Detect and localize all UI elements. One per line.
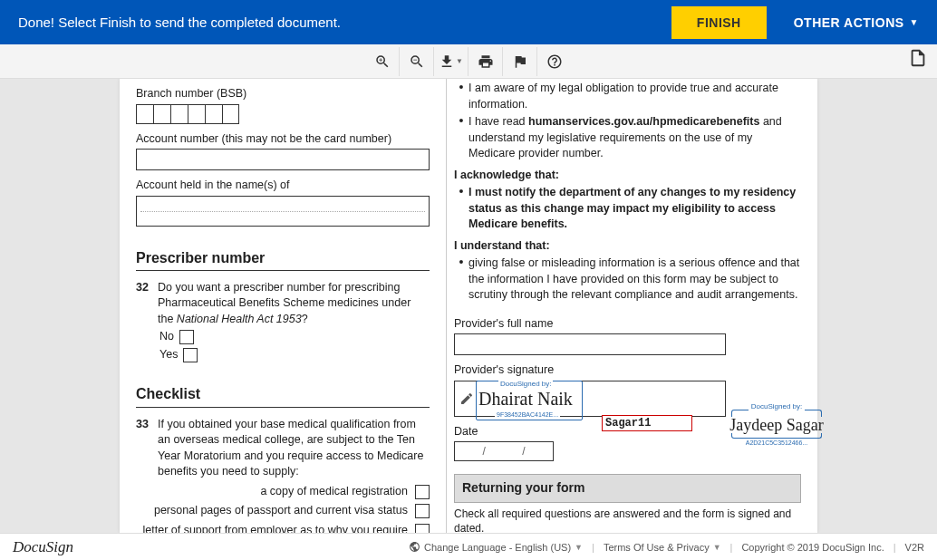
no-label: No <box>159 329 174 345</box>
zoom-out-button[interactable] <box>400 47 434 76</box>
checklist-item-2: personal pages of passport and current v… <box>136 503 408 519</box>
download-button[interactable]: ▼ <box>434 47 468 76</box>
document-workspace[interactable]: Branch number (BSB) Account number (this… <box>0 79 937 533</box>
q32-number: 32 <box>136 280 158 328</box>
print-button[interactable] <box>468 47 503 76</box>
checklist-checkbox-2[interactable] <box>415 504 430 518</box>
checklist-heading: Checklist <box>136 384 430 407</box>
page-footer: DocuSign Change Language - English (US) … <box>0 533 937 560</box>
docusign-logo: DocuSign <box>13 538 73 556</box>
zoom-out-icon <box>409 53 425 70</box>
chevron-down-icon: ▼ <box>575 543 583 552</box>
checklist-item-3: letter of support from employer as to wh… <box>136 523 408 533</box>
zoom-in-icon <box>374 53 391 70</box>
decl-bullet-2: I have read humanservices.gov.au/hpmedic… <box>468 114 801 162</box>
yes-label: Yes <box>159 347 178 363</box>
signature-label: Provider's signature <box>454 362 801 379</box>
float-docusigned-label: DocuSigned by: <box>749 402 805 410</box>
terms-link[interactable]: Terms Of Use & Privacy <box>604 542 710 553</box>
print-icon <box>478 53 494 70</box>
download-icon <box>439 53 455 70</box>
help-button[interactable] <box>537 47 572 76</box>
return-text-1: Check all required questions are answere… <box>454 507 801 533</box>
change-language-link[interactable]: Change Language - English (US) <box>424 542 571 553</box>
second-signature[interactable]: DocuSigned by: Jaydeep Sagar A2D21C5C351… <box>727 410 826 448</box>
copyright-text: Copyright © 2019 DocuSign Inc. <box>741 542 884 553</box>
decl-bullet-1: I am aware of my legal obligation to pro… <box>468 81 801 112</box>
caret-down-icon: ▼ <box>910 17 919 27</box>
return-heading: Returning your form <box>454 474 801 503</box>
version-text: V2R <box>905 542 924 553</box>
q33-text: If you obtained your base medical qualif… <box>158 417 430 480</box>
float-signature-hash: A2D21C5C3512466... <box>727 439 826 448</box>
document-toolbar: ▼ <box>0 44 937 79</box>
account-number-label: Account number (this may not be the card… <box>136 131 430 148</box>
no-checkbox[interactable] <box>179 330 194 344</box>
acknowledge-bullet: I must notify the department of any chan… <box>468 185 801 233</box>
flag-icon <box>512 53 528 70</box>
document-icon <box>908 48 928 68</box>
q32-text: Do you want a prescriber number for pres… <box>158 280 430 328</box>
other-actions-dropdown[interactable]: OTHER ACTIONS ▼ <box>794 15 919 30</box>
fullname-input[interactable] <box>454 333 726 355</box>
chevron-down-icon: ▼ <box>713 543 721 552</box>
checklist-item-1: a copy of medical registration <box>136 484 408 500</box>
document-panel-toggle[interactable] <box>908 48 928 72</box>
branch-number-label: Branch number (BSB) <box>136 86 430 102</box>
signature-field[interactable]: DocuSigned by: Dhairat Naik 9F38452BAC41… <box>454 381 726 417</box>
date-input[interactable]: // <box>454 441 554 461</box>
account-held-label: Account held in the name(s) of <box>136 178 430 194</box>
banner-message: Done! Select Finish to send the complete… <box>18 14 671 30</box>
signature-hash: 9F38452BAC4142E... <box>495 410 560 420</box>
globe-icon <box>409 541 424 554</box>
fullname-label: Provider's full name <box>454 316 801 333</box>
account-held-input[interactable] <box>136 196 430 227</box>
checklist-checkbox-3[interactable] <box>415 524 430 533</box>
yes-checkbox[interactable] <box>183 348 198 362</box>
prescriber-heading: Prescriber number <box>136 248 430 271</box>
assign-button[interactable] <box>503 47 537 76</box>
signature-name: Dhairat Naik <box>478 386 725 411</box>
q33-number: 33 <box>136 417 158 480</box>
checklist-checkbox-1[interactable] <box>415 485 430 499</box>
completion-banner: Done! Select Finish to send the complete… <box>0 0 937 44</box>
document-page: Branch number (BSB) Account number (this… <box>120 79 817 533</box>
other-actions-label: OTHER ACTIONS <box>794 15 904 30</box>
zoom-in-button[interactable] <box>365 47 400 76</box>
float-signature-name: Jaydeep Sagar <box>727 417 826 433</box>
account-number-input[interactable] <box>136 149 430 170</box>
bsb-input[interactable] <box>136 104 430 124</box>
chevron-down-icon: ▼ <box>456 57 463 65</box>
pencil-icon <box>455 391 478 406</box>
understand-heading: I understand that: <box>454 238 801 255</box>
finish-button[interactable]: FINISH <box>671 6 767 39</box>
help-icon <box>546 53 563 70</box>
acknowledge-heading: I acknowledge that: <box>454 168 801 184</box>
initial-field[interactable] <box>602 415 692 431</box>
understand-bullet: giving false or misleading information i… <box>468 256 801 304</box>
